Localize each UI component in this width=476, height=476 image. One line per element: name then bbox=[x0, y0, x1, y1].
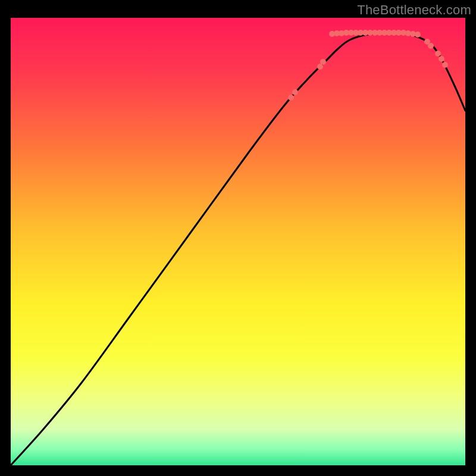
chart-svg bbox=[11, 18, 465, 465]
scatter-point bbox=[442, 62, 448, 68]
scatter-point bbox=[288, 95, 294, 101]
heatmap-background bbox=[11, 18, 465, 465]
scatter-point bbox=[415, 32, 421, 37]
scatter-point bbox=[320, 59, 326, 65]
scatter-point bbox=[428, 43, 434, 49]
scatter-point bbox=[292, 89, 298, 95]
scatter-point bbox=[435, 51, 441, 57]
watermark-text: TheBottleneck.com bbox=[357, 2, 471, 18]
plot-area bbox=[11, 18, 465, 465]
scatter-point bbox=[439, 56, 444, 62]
chart-frame: TheBottleneck.com bbox=[0, 0, 476, 476]
